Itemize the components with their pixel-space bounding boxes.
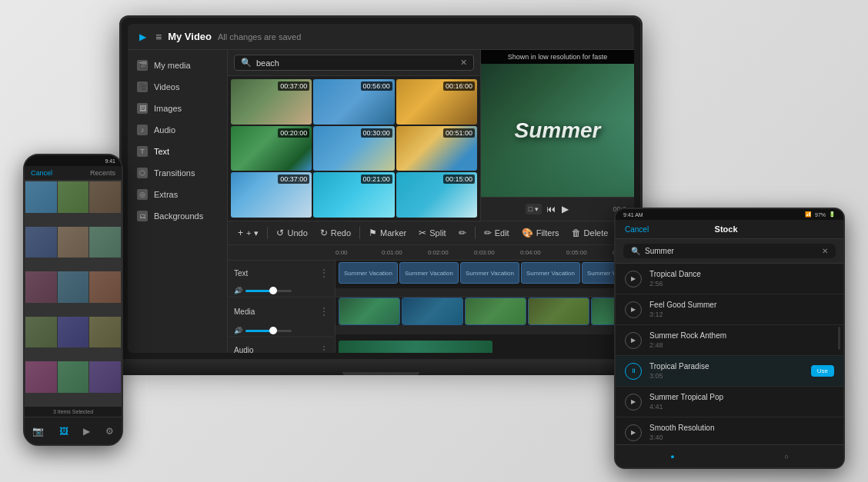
- filters-button[interactable]: 🎨 Filters: [518, 225, 563, 241]
- media-thumb-8[interactable]: 00:21:00: [313, 172, 394, 218]
- media-clip-3[interactable]: [465, 298, 526, 325]
- phone-thumb-2[interactable]: [58, 181, 89, 213]
- add-button[interactable]: + + ▾: [234, 225, 262, 241]
- tablet-use-button[interactable]: Use: [811, 365, 834, 377]
- media-thumb-6[interactable]: 00:51:00: [396, 126, 477, 171]
- sidebar-item-videos[interactable]: 🎥 Videos: [128, 76, 227, 98]
- pen-button[interactable]: ✏: [455, 225, 470, 241]
- tablet-bottom-bar: ● ○: [616, 444, 843, 467]
- edit-button[interactable]: ✏ Edit: [480, 225, 513, 241]
- phone-thumb-15[interactable]: [89, 361, 121, 393]
- tablet-track-item-3[interactable]: ▶ Summer Rock Anthem 2:48: [616, 325, 843, 356]
- thumb-duration-4: 00:20:00: [278, 128, 309, 138]
- tablet-play-btn-1[interactable]: ▶: [625, 271, 642, 288]
- preview-aspect-btn[interactable]: □ ▾: [526, 204, 542, 214]
- tablet-bottom-dot-1[interactable]: ●: [670, 453, 674, 460]
- media-track-menu-icon[interactable]: ⋮: [319, 306, 329, 317]
- tablet-battery-icon: 🔋: [829, 211, 836, 218]
- media-thumb-2[interactable]: 00:56:00: [313, 79, 394, 125]
- phone-thumb-14[interactable]: [58, 361, 89, 393]
- audio-track-menu-icon[interactable]: ⋮: [319, 344, 329, 353]
- sidebar-item-backgrounds[interactable]: 🗂 Backgrounds: [128, 205, 227, 227]
- text-clip-2[interactable]: Summer Vacation: [399, 262, 459, 284]
- text-clip-4[interactable]: Summer Vacation: [521, 262, 580, 284]
- phone-grid: [25, 181, 122, 407]
- phone-thumb-6[interactable]: [89, 227, 121, 258]
- tablet-search-clear-icon[interactable]: ✕: [822, 247, 828, 255]
- search-value: beach: [256, 58, 456, 68]
- tablet-play-btn-4[interactable]: ⏸: [625, 363, 642, 380]
- phone-thumb-3[interactable]: [89, 181, 121, 213]
- phone-camera-icon[interactable]: 📷: [32, 426, 44, 437]
- phone-thumb-5[interactable]: [58, 227, 89, 258]
- tablet-cancel-button[interactable]: Cancel: [625, 225, 649, 234]
- tablet-track-item-5[interactable]: ▶ Summer Tropical Pop 4:41: [616, 387, 843, 417]
- media-clip-2[interactable]: [402, 298, 463, 325]
- text-clip-1[interactable]: Summer Vacation: [339, 262, 398, 284]
- phone-photos-icon[interactable]: 🖼: [59, 426, 68, 437]
- sidebar-item-transitions[interactable]: ⬡ Transitions: [128, 162, 227, 184]
- tablet-search-bar: 🔍 Summer ✕: [616, 239, 843, 264]
- menu-icon[interactable]: ≡: [155, 31, 162, 43]
- tablet-track-item-2[interactable]: ▶ Feel Good Summer 3:12: [616, 294, 843, 325]
- text-track-menu-icon[interactable]: ⋮: [319, 268, 329, 278]
- media-thumb-5[interactable]: 00:30:00: [313, 126, 394, 171]
- delete-button[interactable]: 🗑 Delete: [568, 225, 613, 241]
- phone-thumb-8[interactable]: [58, 271, 89, 303]
- media-thumb-4[interactable]: 00:20:00: [231, 126, 312, 171]
- media-thumb-7[interactable]: 00:37:00: [231, 172, 312, 218]
- text-clip-3[interactable]: Summer Vacation: [460, 262, 519, 284]
- phone-cancel-button[interactable]: Cancel: [31, 169, 52, 177]
- marker-button[interactable]: ⚑ Marker: [365, 225, 410, 241]
- media-clip-4[interactable]: [528, 298, 589, 325]
- phone-thumb-4[interactable]: [25, 227, 57, 258]
- phone-thumb-12[interactable]: [89, 317, 121, 348]
- tablet-play-btn-6[interactable]: ▶: [625, 424, 642, 441]
- tablet-track-dur-1: 2:56: [649, 280, 834, 288]
- ruler-mark-1: 0:01:00: [382, 249, 428, 256]
- phone-videos-icon[interactable]: ▶: [83, 426, 90, 437]
- sidebar-item-extras[interactable]: ◎ Extras: [128, 184, 227, 205]
- tablet-track-info-3: Summer Rock Anthem 2:48: [649, 331, 834, 349]
- undo-button[interactable]: ↺ Undo: [272, 225, 311, 241]
- tablet-play-btn-3[interactable]: ▶: [625, 332, 642, 349]
- tablet-track-item-4[interactable]: ⏸ Tropical Paradise 3:05 Use: [616, 356, 843, 387]
- search-clear-button[interactable]: ✕: [460, 58, 467, 68]
- phone-recents-tab[interactable]: Recents: [90, 169, 115, 177]
- phone-thumb-9[interactable]: [89, 271, 121, 303]
- divider-2: [359, 227, 360, 239]
- media-thumb-3[interactable]: 00:16:00: [396, 79, 477, 125]
- split-button[interactable]: ✂ Split: [415, 225, 449, 241]
- media-clip-1[interactable]: [339, 298, 400, 325]
- tablet-play-btn-5[interactable]: ▶: [625, 394, 642, 411]
- media-thumb-1[interactable]: 00:37:00: [231, 79, 312, 125]
- phone-thumb-13[interactable]: [25, 361, 57, 393]
- media-track-volume-slider[interactable]: [245, 330, 292, 332]
- audio-waveform[interactable]: [339, 341, 492, 353]
- preview-play-button[interactable]: ▶: [560, 202, 570, 216]
- redo-button[interactable]: ↻ Redo: [316, 225, 355, 241]
- tablet-play-btn-2[interactable]: ▶: [625, 301, 642, 318]
- tablet-bottom-dot-2[interactable]: ○: [784, 453, 788, 460]
- tablet-track-item-1[interactable]: ▶ Tropical Dance 2:56: [616, 264, 843, 294]
- redo-icon: ↻: [320, 228, 328, 238]
- preview-skip-back-button[interactable]: ⏮: [545, 202, 557, 216]
- search-input-wrap[interactable]: 🔍 beach ✕: [234, 55, 474, 71]
- phone-thumb-11[interactable]: [58, 317, 89, 348]
- sidebar-label-transitions: Transitions: [154, 168, 195, 178]
- text-track-volume-slider[interactable]: [245, 290, 292, 292]
- app-header: ≡ My Video All changes are saved: [128, 24, 634, 50]
- phone-thumb-7[interactable]: [25, 271, 57, 303]
- tablet-search-wrap[interactable]: 🔍 Summer ✕: [623, 244, 836, 258]
- sidebar-item-audio[interactable]: ♪ Audio: [128, 119, 227, 141]
- media-thumb-9[interactable]: 00:15:00: [396, 172, 477, 218]
- sidebar-item-text[interactable]: T Text: [128, 141, 227, 162]
- tablet-track-item-6[interactable]: ▶ Smooth Resolution 3:40: [616, 417, 843, 444]
- sidebar-item-images[interactable]: 🖼 Images: [128, 98, 227, 119]
- audio-track-content: [336, 334, 634, 353]
- phone-thumb-10[interactable]: [25, 317, 57, 348]
- tablet-track-name-4: Tropical Paradise: [649, 362, 803, 371]
- sidebar-item-my-media[interactable]: 🎬 My media: [128, 55, 227, 76]
- phone-settings-icon[interactable]: ⚙: [105, 426, 114, 437]
- phone-thumb-1[interactable]: [25, 181, 57, 213]
